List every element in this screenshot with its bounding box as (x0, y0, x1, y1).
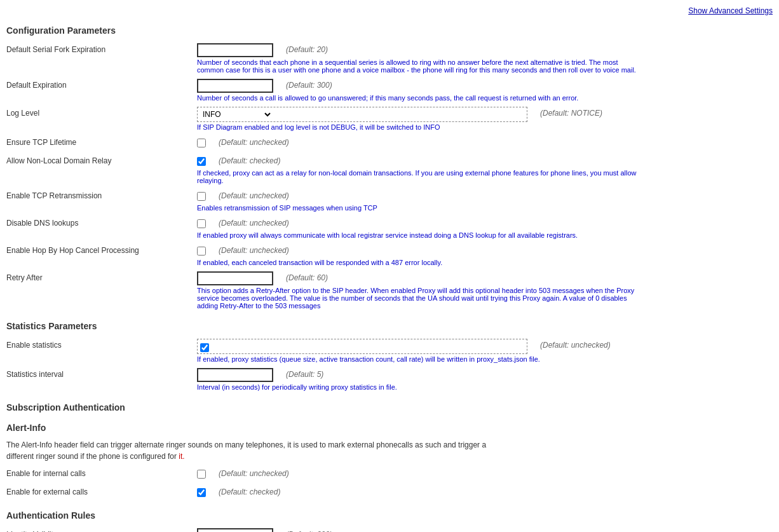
ensure-tcp-label: Ensure TCP Lifetime (6, 136, 197, 147)
alert-info-description: The Alert-Info header field can trigger … (6, 439, 515, 462)
enable-hop-help: If enabled, each canceled transaction wi… (197, 259, 642, 266)
enable-tcp-retrans-row: Enable TCP Retransmission (Default: unch… (6, 188, 773, 213)
disable-dns-row: Disable DNS lookups (Default: unchecked)… (6, 215, 773, 240)
enable-internal-calls-default: (Default: unchecked) (219, 467, 289, 478)
retry-after-row: Retry After 60 (Default: 60) This option… (6, 270, 773, 311)
identity-validity-input[interactable]: 300 (197, 528, 273, 532)
allow-nonlocal-label: Allow Non-Local Domain Relay (6, 154, 197, 165)
default-expiration-label: Default Expiration (6, 79, 197, 90)
identity-validity-label: Identity Validity (6, 528, 197, 532)
stats-interval-row: Statistics interval 5 (Default: 5) Inter… (6, 367, 773, 392)
log-level-select[interactable]: DEBUG INFO NOTICE WARNING ERROR (198, 107, 273, 121)
enable-tcp-retrans-label: Enable TCP Retransmission (6, 189, 197, 200)
default-serial-fork-help: Number of seconds that each phone in a s… (197, 58, 642, 74)
default-serial-fork-default: (Default: 20) (286, 43, 328, 54)
retry-after-default: (Default: 60) (286, 271, 328, 282)
enable-external-calls-default: (Default: checked) (219, 486, 280, 496)
enable-hop-checkbox[interactable] (197, 247, 206, 256)
allow-nonlocal-checkbox[interactable] (197, 157, 206, 166)
disable-dns-default: (Default: unchecked) (219, 217, 289, 228)
default-serial-fork-input[interactable]: 20 (197, 43, 273, 57)
retry-after-label: Retry After (6, 271, 197, 282)
default-serial-fork-row: Default Serial Fork Expiration 20 (Defau… (6, 42, 773, 75)
enable-external-calls-checkbox[interactable] (197, 488, 206, 497)
enable-hop-default: (Default: unchecked) (219, 244, 289, 255)
stats-interval-input[interactable]: 5 (197, 368, 273, 382)
allow-nonlocal-help: If checked, proxy can act as a relay for… (197, 169, 642, 184)
default-expiration-default: (Default: 300) (286, 79, 332, 90)
enable-stats-label: Enable statistics (6, 339, 197, 350)
ensure-tcp-checkbox[interactable] (197, 139, 206, 147)
auth-rules-title: Authentication Rules (6, 510, 773, 521)
retry-after-input[interactable]: 60 (197, 271, 273, 285)
enable-tcp-retrans-checkbox[interactable] (197, 192, 206, 201)
enable-stats-help: If enabled, proxy statistics (queue size… (197, 355, 642, 363)
log-level-label: Log Level (6, 107, 197, 118)
subscription-auth-title: Subscription Authentication (6, 402, 773, 413)
disable-dns-label: Disable DNS lookups (6, 217, 197, 228)
enable-stats-row: Enable statistics (Default: unchecked) I… (6, 338, 773, 364)
identity-validity-default: (Default: 300) (286, 528, 332, 532)
enable-hop-row: Enable Hop By Hop Cancel Processing (Def… (6, 243, 773, 268)
retry-after-help: This option adds a Retry-After option to… (197, 287, 642, 310)
allow-nonlocal-row: Allow Non-Local Domain Relay (Default: c… (6, 153, 773, 186)
ensure-tcp-row: Ensure TCP Lifetime (Default: unchecked) (6, 135, 773, 151)
log-level-default: (Default: NOTICE) (540, 107, 602, 118)
ensure-tcp-default: (Default: unchecked) (219, 136, 289, 147)
stats-interval-help: Interval (in seconds) for periodically w… (197, 383, 642, 391)
log-level-row: Log Level DEBUG INFO NOTICE WARNING ERRO… (6, 106, 773, 132)
identity-validity-row: Identity Validity 300 (Default: 300) The… (6, 527, 773, 532)
enable-hop-label: Enable Hop By Hop Cancel Processing (6, 244, 197, 255)
default-expiration-input[interactable]: 300 (197, 79, 273, 93)
enable-tcp-retrans-help: Enables retransmission of SIP messages w… (197, 204, 642, 212)
enable-internal-calls-checkbox[interactable] (197, 470, 206, 479)
alert-info-title: Alert-Info (6, 423, 773, 433)
enable-tcp-retrans-default: (Default: unchecked) (219, 189, 289, 200)
stats-params-title: Statistics Parameters (6, 321, 773, 331)
default-serial-fork-label: Default Serial Fork Expiration (6, 43, 197, 54)
disable-dns-checkbox[interactable] (197, 219, 206, 228)
enable-stats-checkbox[interactable] (200, 343, 209, 352)
enable-internal-calls-row: Enable for internal calls (Default: unch… (6, 466, 773, 482)
disable-dns-help: If enabled proxy will always communicate… (197, 231, 642, 239)
show-advanced-settings-link[interactable]: Show Advanced Settings (688, 6, 773, 15)
stats-interval-label: Statistics interval (6, 368, 197, 379)
log-level-help: If SIP Diagram enabled and log level is … (197, 123, 642, 131)
config-params-title: Configuration Parameters (6, 25, 773, 36)
enable-internal-calls-label: Enable for internal calls (6, 467, 197, 478)
enable-external-calls-row: Enable for external calls (Default: chec… (6, 484, 773, 500)
default-expiration-help: Number of seconds a call is allowed to g… (197, 94, 642, 102)
enable-external-calls-label: Enable for external calls (6, 486, 197, 496)
enable-stats-default: (Default: unchecked) (540, 339, 611, 350)
allow-nonlocal-default: (Default: checked) (219, 154, 280, 165)
default-expiration-row: Default Expiration 300 (Default: 300) Nu… (6, 78, 773, 103)
stats-interval-default: (Default: 5) (286, 368, 323, 379)
